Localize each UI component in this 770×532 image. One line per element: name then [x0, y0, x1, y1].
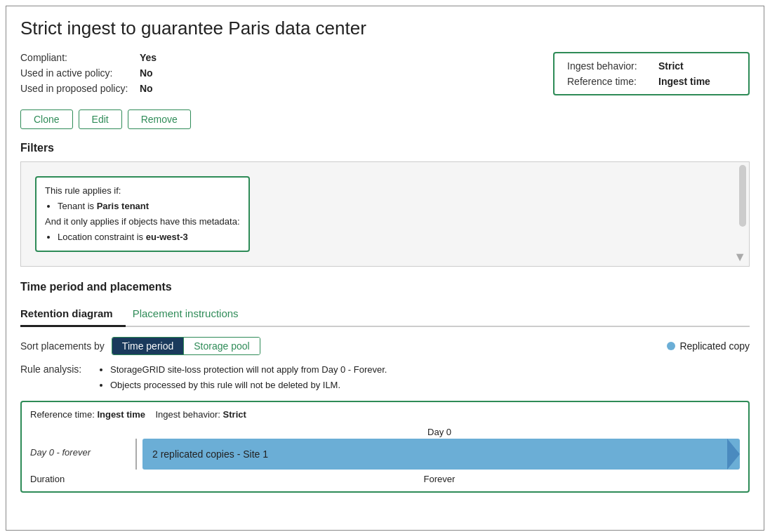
tabs: Retention diagram Placement instructions: [20, 302, 750, 327]
used-proposed-label: Used in proposed policy:: [20, 83, 140, 94]
remove-button[interactable]: Remove: [128, 109, 191, 129]
meta-left: Compliant: Yes Used in active policy: No…: [20, 52, 553, 98]
ret-ingest-behavior-value: Strict: [223, 409, 246, 420]
compliant-value: Yes: [140, 52, 157, 63]
replicated-copy-legend: Replicated copy: [667, 340, 750, 352]
ingest-behavior-row: Ingest behavior: Strict: [567, 60, 736, 72]
sort-btn-group: Time period Storage pool: [112, 337, 260, 355]
sort-storage-pool-button[interactable]: Storage pool: [184, 338, 259, 354]
time-period-title: Time period and placements: [20, 281, 750, 293]
action-buttons: Clone Edit Remove: [20, 109, 750, 129]
filters-wrapper: This rule applies if: Tenant is Paris te…: [20, 161, 750, 267]
filter-text: This rule applies if: Tenant is Paris te…: [45, 183, 240, 245]
used-proposed-item: Used in proposed policy: No: [20, 83, 553, 94]
used-active-item: Used in active policy: No: [20, 67, 553, 79]
diagram-row: Day 0 - forever 2 replicated copies - Si…: [30, 439, 740, 470]
duration-label: Duration: [30, 474, 139, 484]
filters-title: Filters: [20, 142, 750, 154]
scroll-arrow-down-icon: ▼: [734, 251, 746, 263]
sort-label: Sort placements by: [20, 340, 105, 352]
metadata-label: And it only applies if objects have this…: [45, 216, 240, 227]
tenant-value: Paris tenant: [97, 201, 149, 211]
reference-time-value: Ingest time: [658, 76, 710, 87]
bar-arrow-icon: [727, 439, 740, 470]
retention-diagram-box: Reference time: Ingest time Ingest behav…: [20, 401, 750, 493]
scrollbar[interactable]: [739, 165, 746, 227]
page-title: Strict ingest to guarantee Paris data ce…: [20, 18, 750, 39]
ret-ref-time-value: Ingest time: [97, 409, 145, 420]
reference-time-label: Reference time:: [567, 76, 658, 87]
rule-analysis: Rule analysis: StorageGRID site-loss pro…: [20, 362, 750, 393]
ret-ref-time-label: Reference time:: [30, 409, 95, 420]
rule-analysis-item-2: Objects processed by this rule will not …: [110, 378, 387, 393]
compliant-item: Compliant: Yes: [20, 52, 553, 63]
duration-value: Forever: [139, 474, 740, 484]
used-proposed-value: No: [140, 83, 153, 94]
tenant-label: Tenant is: [58, 201, 97, 211]
ingest-behavior-value: Strict: [658, 60, 684, 72]
filters-inner-box: This rule applies if: Tenant is Paris te…: [35, 176, 250, 252]
meta-section: Compliant: Yes Used in active policy: No…: [20, 52, 750, 98]
diagram-area: Day 0 Day 0 - forever 2 replicated copie…: [30, 427, 740, 484]
reference-time-row: Reference time: Ingest time: [567, 76, 736, 87]
clone-button[interactable]: Clone: [20, 109, 73, 129]
edit-button[interactable]: Edit: [79, 109, 122, 129]
duration-row: Duration Forever: [30, 474, 740, 484]
replicated-copies-bar: 2 replicated copies - Site 1: [142, 439, 740, 470]
bar-area: 2 replicated copies - Site 1: [137, 439, 740, 470]
rule-analysis-label: Rule analysis:: [20, 362, 91, 375]
replicated-copy-dot-icon: [667, 342, 675, 350]
row-label: Day 0 - forever: [30, 439, 135, 470]
rule-analysis-list: StorageGRID site-loss protection will no…: [110, 362, 387, 393]
day0-label: Day 0: [139, 427, 740, 437]
ingest-box: Ingest behavior: Strict Reference time: …: [553, 52, 750, 95]
replicated-copy-label: Replicated copy: [679, 340, 750, 352]
rule-applies-text: This rule applies if:: [45, 185, 121, 196]
sort-row: Sort placements by Time period Storage p…: [20, 337, 750, 355]
used-active-value: No: [140, 67, 153, 79]
main-panel: Strict ingest to guarantee Paris data ce…: [6, 6, 764, 531]
rule-analysis-item-1: StorageGRID site-loss protection will no…: [110, 362, 387, 378]
ingest-behavior-label: Ingest behavior:: [567, 60, 658, 72]
tab-placement-instructions[interactable]: Placement instructions: [133, 302, 251, 326]
used-active-label: Used in active policy:: [20, 67, 140, 79]
location-value: eu-west-3: [146, 232, 188, 242]
retention-header: Reference time: Ingest time Ingest behav…: [30, 409, 740, 420]
sort-time-period-button[interactable]: Time period: [112, 338, 184, 354]
bar-label: 2 replicated copies - Site 1: [152, 448, 268, 460]
compliant-label: Compliant:: [20, 52, 140, 63]
location-label: Location constraint is: [58, 232, 146, 242]
ret-ingest-behavior-label: Ingest behavior:: [155, 409, 220, 420]
tab-retention-diagram[interactable]: Retention diagram: [20, 302, 126, 327]
